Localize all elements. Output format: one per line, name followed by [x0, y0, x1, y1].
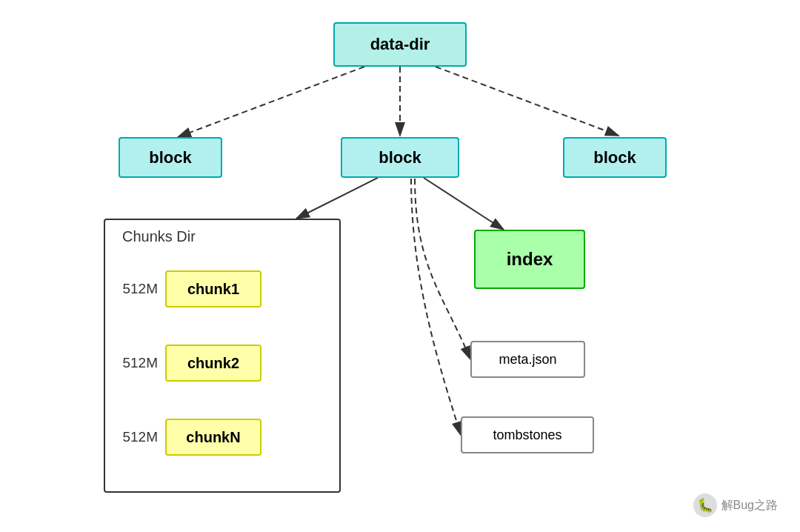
watermark: 🐛 解Bug之路 [693, 493, 778, 517]
index-label: index [507, 249, 553, 270]
node-chunkN: chunkN [165, 419, 261, 456]
watermark-text: 解Bug之路 [721, 498, 778, 513]
block-center-label: block [379, 148, 421, 167]
watermark-icon: 🐛 [693, 493, 717, 517]
chunk1-size: 512M [117, 281, 158, 297]
node-block-center: block [341, 137, 459, 178]
node-tombstones: tombstones [461, 416, 594, 453]
chunk2-row: 512M chunk2 [117, 345, 261, 382]
node-datadir: data-dir [333, 22, 467, 67]
node-chunk1: chunk1 [165, 270, 261, 307]
svg-line-4 [436, 67, 619, 136]
chunk1-row: 512M chunk1 [117, 270, 261, 307]
chunk2-size: 512M [117, 355, 158, 371]
datadir-label: data-dir [370, 35, 430, 54]
chunks-dir-label: Chunks Dir [122, 228, 196, 245]
block-right-label: block [593, 148, 636, 167]
chunk1-label: chunk1 [187, 281, 239, 298]
node-block-right: block [563, 137, 667, 178]
svg-line-5 [296, 178, 378, 219]
node-block-left: block [119, 137, 222, 178]
svg-line-6 [424, 178, 504, 230]
node-index: index [474, 230, 585, 289]
diagram-container: data-dir block block block Chunks Dir 51… [0, 0, 800, 532]
chunkN-label: chunkN [186, 429, 240, 446]
node-chunk2: chunk2 [165, 345, 261, 382]
tombstones-label: tombstones [493, 428, 561, 443]
node-meta-json: meta.json [470, 341, 585, 378]
svg-line-2 [178, 67, 364, 137]
chunkN-size: 512M [117, 429, 158, 445]
meta-json-label: meta.json [499, 352, 556, 368]
chunkN-row: 512M chunkN [117, 419, 261, 456]
block-left-label: block [149, 148, 191, 167]
chunk2-label: chunk2 [187, 355, 239, 372]
